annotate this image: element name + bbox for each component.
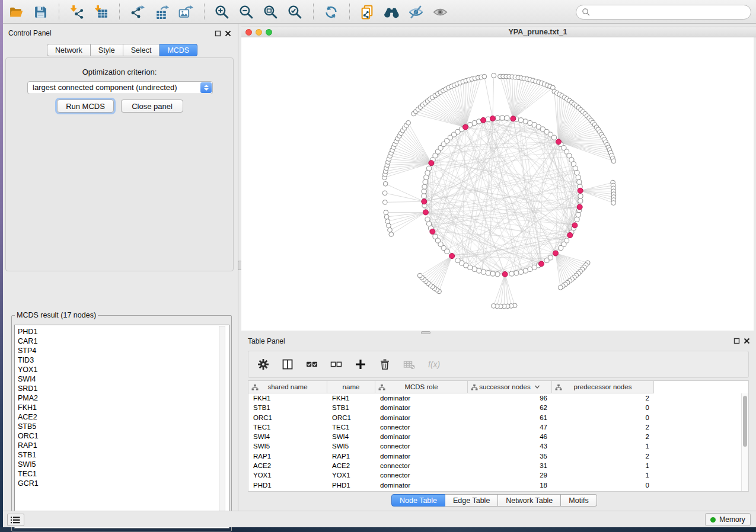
binoculars-find-button[interactable] (382, 2, 401, 21)
network-graph[interactable] (241, 37, 754, 331)
table-row[interactable]: SWI5SWI5connector431 (248, 441, 748, 451)
float-table-panel-icon[interactable] (733, 338, 741, 345)
mcds-node-item[interactable]: GCR1 (18, 479, 229, 488)
mcds-list-scrollbar[interactable] (219, 326, 225, 527)
mcds-node-item[interactable]: PMA2 (18, 393, 229, 403)
table-cell: TEC1 (327, 422, 375, 432)
column-header-shared-name[interactable]: shared name (248, 381, 327, 393)
network-window-titlebar[interactable]: YPA_prune.txt_1 (241, 27, 756, 37)
import-table-button[interactable] (92, 2, 111, 21)
minimize-traffic-light[interactable] (256, 29, 262, 36)
toolbar-separator (204, 4, 205, 20)
table-tab-motifs[interactable]: Motifs (561, 494, 596, 507)
table-row[interactable]: RAP1RAP1dominator352 (248, 451, 748, 461)
zoom-out-button[interactable] (237, 2, 256, 21)
delete-column-button[interactable] (378, 357, 392, 371)
mcds-node-item[interactable]: CAR1 (18, 336, 229, 346)
table-cell: 2 (552, 422, 654, 432)
column-header-predecessor-nodes[interactable]: predecessor nodes (552, 381, 654, 393)
network-view[interactable] (241, 37, 754, 331)
import-network-button[interactable] (68, 2, 87, 21)
export-table-button[interactable] (152, 2, 171, 21)
mcds-node-item[interactable]: YOX1 (18, 365, 229, 374)
table-row[interactable]: ACE2ACE2connector311 (248, 461, 748, 470)
mcds-result-list[interactable]: PHD1CAR1STP4TID3YOX1SWI4SRD1PMA2FKH1ACE2… (14, 325, 229, 528)
open-session-button[interactable] (7, 2, 26, 21)
new-network-from-file-button[interactable] (358, 2, 377, 21)
table-tab-network-table[interactable]: Network Table (498, 494, 561, 507)
float-panel-icon[interactable] (215, 30, 222, 37)
column-header-successor-nodes[interactable]: successor nodes (468, 381, 552, 393)
table-cell: connector (375, 422, 468, 432)
table-cell: SWI5 (248, 441, 327, 451)
table-cell: 1 (552, 461, 654, 470)
mcds-node-item[interactable]: TEC1 (18, 469, 229, 479)
show-graphics-details-button[interactable] (431, 2, 450, 21)
tab-mcds[interactable]: MCDS (160, 44, 197, 56)
export-network-button[interactable] (128, 2, 147, 21)
table-row[interactable]: YOX1YOX1connector291 (248, 470, 748, 480)
maximize-traffic-light[interactable] (266, 29, 272, 36)
table-cell: 46 (468, 432, 552, 441)
network-title: YPA_prune.txt_1 (508, 28, 567, 36)
zoom-in-button[interactable] (213, 2, 232, 21)
tab-style[interactable]: Style (91, 44, 123, 56)
settings-gear-button[interactable] (256, 357, 270, 371)
mcds-node-item[interactable]: STB5 (18, 422, 229, 431)
mcds-node-item[interactable]: SRD1 (18, 384, 229, 393)
export-image-button[interactable] (177, 2, 196, 21)
zoom-fit-button[interactable] (261, 2, 280, 21)
table-row[interactable]: STB1STB1dominator620 (248, 403, 748, 412)
column-header-name[interactable]: name (327, 381, 375, 393)
splitter-handle[interactable] (421, 331, 430, 334)
refresh-layout-button[interactable] (322, 2, 341, 21)
zoom-selected-button[interactable] (286, 2, 305, 21)
select-all-rows-button[interactable] (305, 357, 319, 371)
mcds-node-item[interactable]: SWI4 (18, 374, 229, 384)
run-mcds-button[interactable]: Run MCDS (57, 100, 114, 113)
table-row[interactable]: FKH1FKH1dominator962 (248, 393, 748, 403)
table-cell: 1 (552, 441, 654, 451)
table-cell: SWI4 (327, 432, 375, 441)
table-cell: PHD1 (327, 480, 375, 490)
mcds-node-item[interactable]: ORC1 (18, 431, 229, 441)
table-cell: ACE2 (327, 461, 375, 470)
save-session-button[interactable] (31, 2, 50, 21)
horizontal-splitter[interactable] (241, 331, 756, 335)
table-row[interactable]: TEC1TEC1connector472 (248, 422, 748, 432)
mcds-node-item[interactable]: PHD1 (18, 327, 229, 336)
table-cell: dominator (375, 480, 468, 490)
mcds-node-item[interactable]: STP4 (18, 346, 229, 355)
table-tab-node-table[interactable]: Node Table (391, 494, 445, 507)
table-tabs: Node TableEdge TableNetwork TableMotifs (391, 494, 597, 507)
search-input[interactable] (594, 7, 751, 18)
mcds-node-item[interactable]: ACE2 (18, 412, 229, 422)
table-cell: RAP1 (248, 451, 327, 461)
column-header-MCDS-role[interactable]: MCDS role (375, 381, 468, 393)
criterion-select[interactable]: largest connected component (undirected) (27, 81, 213, 94)
table-row[interactable]: ORC1ORC1dominator610 (248, 413, 748, 422)
table-cell: STB1 (327, 403, 375, 412)
mcds-node-item[interactable]: TID3 (18, 355, 229, 365)
mcds-node-item[interactable]: STB1 (18, 450, 229, 460)
tab-select[interactable]: Select (123, 44, 160, 56)
mcds-node-item[interactable]: SWI5 (18, 460, 229, 469)
hide-graphics-details-button[interactable] (407, 2, 426, 21)
tab-network[interactable]: Network (47, 44, 91, 56)
table-row[interactable]: SWI4SWI4dominator462 (248, 432, 748, 441)
scrollbar-thumb[interactable] (743, 396, 747, 447)
close-panel-button[interactable]: Close panel (121, 100, 183, 113)
close-traffic-light[interactable] (245, 29, 252, 36)
mcds-node-item[interactable]: RAP1 (18, 441, 229, 450)
memory-button[interactable]: Memory (705, 513, 751, 526)
mcds-node-item[interactable]: FKH1 (18, 403, 229, 412)
table-scrollbar[interactable] (741, 393, 748, 491)
close-panel-icon[interactable] (225, 30, 232, 37)
toggle-columns-button[interactable] (280, 357, 295, 371)
close-table-panel-icon[interactable] (744, 338, 751, 345)
panel-menu-button[interactable] (7, 514, 24, 526)
table-row[interactable]: PHD1PHD1dominator180 (248, 480, 748, 490)
table-tab-edge-table[interactable]: Edge Table (445, 494, 498, 507)
deselect-all-rows-button[interactable] (329, 357, 343, 371)
add-column-button[interactable] (353, 357, 368, 371)
